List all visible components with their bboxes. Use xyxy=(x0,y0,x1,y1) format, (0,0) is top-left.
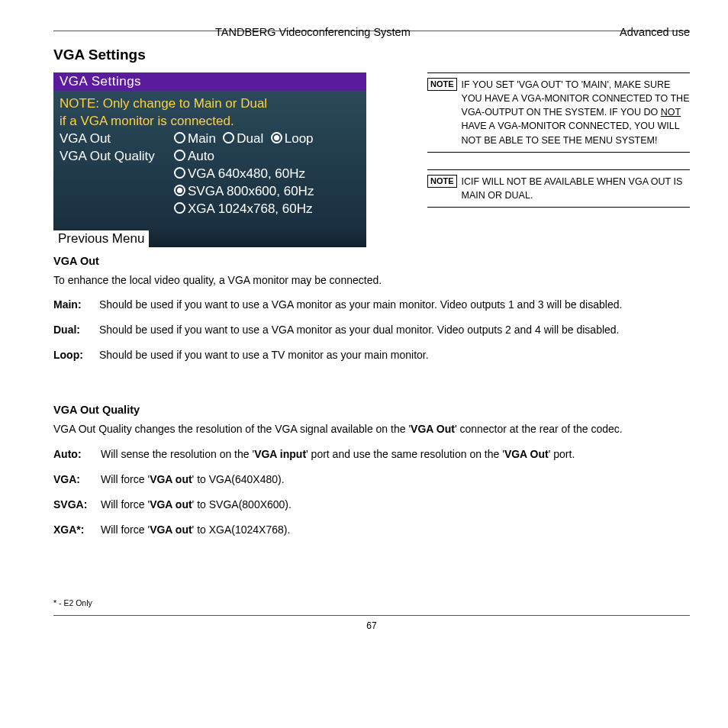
opt-dual: Dual xyxy=(237,131,263,146)
def-svga: SVGA: Will force 'VGA out' to SVGA(800X6… xyxy=(53,498,690,512)
opt-vga: VGA 640x480, 60Hz xyxy=(188,166,305,181)
header-title: TANDBERG Videoconferencing System xyxy=(215,26,411,38)
vga-quality-label: VGA Out Quality xyxy=(60,148,174,166)
opt-loop: Loop xyxy=(285,131,314,146)
def-loop: Loop: Should be used if you want to use … xyxy=(53,348,690,362)
radio-auto[interactable] xyxy=(174,150,185,161)
note-1-text: IF YOU SET 'VGA OUT' TO 'MAIN', MAKE SUR… xyxy=(462,78,690,147)
def-main-body: Should be used if you want to use a VGA … xyxy=(99,298,690,312)
note-2-text: ICIF WILL NOT BE AVAILABLE WHEN VGA OUT … xyxy=(462,175,690,202)
def-vga: VGA: Will force 'VGA out' to VGA(640X480… xyxy=(53,472,690,487)
def-loop-term: Loop: xyxy=(53,348,99,362)
page-number: 67 xyxy=(53,620,690,631)
footnote: * - E2 Only xyxy=(53,598,690,607)
def-svga-term: SVGA: xyxy=(53,498,101,512)
radio-main[interactable] xyxy=(174,132,185,143)
menu-warning-line1: NOTE: Only change to Main or Dual xyxy=(60,95,360,113)
def-main-term: Main: xyxy=(53,298,99,312)
def-vga-body: Will force 'VGA out' to VGA(640X480). xyxy=(101,472,690,487)
vga-quality-heading: VGA Out Quality xyxy=(53,404,690,416)
def-loop-body: Should be used if you want to use a TV m… xyxy=(99,348,690,362)
menu-title: VGA Settings xyxy=(53,72,366,91)
opt-xga: XGA 1024x768, 60Hz xyxy=(188,201,313,216)
page-header: TANDBERG Videoconferencing System Advanc… xyxy=(53,26,690,31)
note-label: NOTE xyxy=(427,175,457,188)
vga-out-intro: To enhance the local video quality, a VG… xyxy=(53,273,690,288)
embedded-menu-screenshot: VGA Settings NOTE: Only change to Main o… xyxy=(53,72,366,247)
radio-vga[interactable] xyxy=(174,167,185,179)
opt-svga: SVGA 800x600, 60Hz xyxy=(188,184,314,198)
def-xga-term: XGA*: xyxy=(53,523,101,537)
def-xga: XGA*: Will force 'VGA out' to XGA(1024X7… xyxy=(53,523,690,537)
note-label: NOTE xyxy=(427,78,457,91)
radio-loop[interactable] xyxy=(271,132,282,143)
menu-warning-line2: if a VGA monitor is connected. xyxy=(60,113,360,130)
vga-quality-intro: VGA Out Quality changes the resolution o… xyxy=(53,422,690,436)
radio-dual[interactable] xyxy=(223,132,234,143)
def-dual-term: Dual: xyxy=(53,323,99,337)
def-dual-body: Should be used if you want to use a VGA … xyxy=(99,323,690,337)
radio-xga[interactable] xyxy=(174,202,185,214)
def-svga-body: Will force 'VGA out' to SVGA(800X600). xyxy=(101,498,690,512)
def-auto-term: Auto: xyxy=(53,447,101,462)
def-vga-term: VGA: xyxy=(53,472,101,487)
section-title: VGA Settings xyxy=(53,47,690,63)
opt-auto: Auto xyxy=(188,149,214,163)
def-dual: Dual: Should be used if you want to use … xyxy=(53,323,690,337)
header-section: Advanced use xyxy=(620,26,690,38)
note-2: NOTE ICIF WILL NOT BE AVAILABLE WHEN VGA… xyxy=(427,169,690,208)
opt-main: Main xyxy=(188,131,216,146)
previous-menu-button[interactable]: Previous Menu xyxy=(53,230,149,247)
def-main: Main: Should be used if you want to use … xyxy=(53,298,690,312)
def-xga-body: Will force 'VGA out' to XGA(1024X768). xyxy=(101,523,690,537)
def-auto: Auto: Will sense the resolution on the '… xyxy=(53,447,690,462)
vga-out-heading: VGA Out xyxy=(53,255,690,267)
radio-svga[interactable] xyxy=(174,185,185,196)
note-1: NOTE IF YOU SET 'VGA OUT' TO 'MAIN', MAK… xyxy=(427,72,690,153)
footer-rule xyxy=(53,615,690,616)
def-auto-body: Will sense the resolution on the 'VGA in… xyxy=(101,447,690,462)
vga-out-label: VGA Out xyxy=(60,130,174,148)
